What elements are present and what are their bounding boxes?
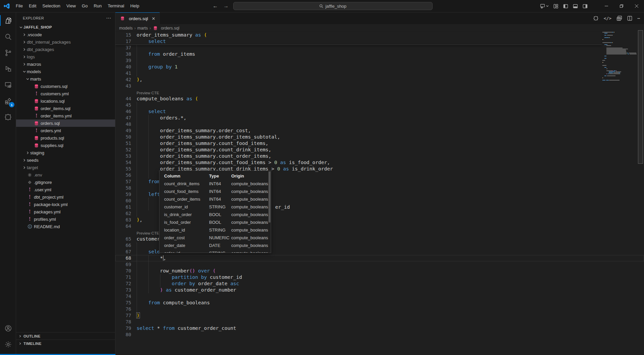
code-line-47[interactable]: 47 orders.*, <box>115 115 644 121</box>
code-line-39[interactable]: 39 <box>115 57 644 64</box>
tooltip-scrollbar[interactable] <box>268 171 270 222</box>
code-line-75[interactable]: 75 from compute_booleans <box>115 300 644 306</box>
tree-item-models[interactable]: models <box>16 68 115 75</box>
code-line-71[interactable]: 71 partition by customer_id <box>115 274 644 281</box>
tree-item-seeds[interactable]: seeds <box>16 156 115 164</box>
code-line-43[interactable]: 43 <box>115 83 644 89</box>
code-line-69[interactable]: 69 <box>115 261 644 268</box>
breadcrumb-file[interactable]: orders.sql <box>153 26 180 31</box>
code-line-40[interactable]: 40 group by 1 <box>115 64 644 70</box>
code-line-49[interactable]: 49 order_items_summary.order_cost, <box>115 128 644 134</box>
tree-item-macros[interactable]: macros <box>16 60 115 68</box>
code-line-53[interactable]: 53 order_items_summary.count_order_items… <box>115 153 644 159</box>
menu-selection[interactable]: Selection <box>39 0 63 12</box>
menu-view[interactable]: View <box>63 0 79 12</box>
tree-item-orders.yml[interactable]: !orders.yml <box>16 127 115 134</box>
tree-item-staging[interactable]: staging <box>16 149 115 156</box>
breadcrumb-marts[interactable]: marts <box>137 26 148 31</box>
code-line-50[interactable]: 50 order_items_summary.order_items_subto… <box>115 134 644 140</box>
window-close-button[interactable] <box>629 0 644 12</box>
code-line-44[interactable]: 44compute_booleans as ( <box>115 96 644 102</box>
codelens-preview-cte[interactable]: Preview CTE <box>115 89 644 96</box>
remote-explorer-icon[interactable] <box>0 77 16 93</box>
code-line-79[interactable]: 79select * from customer_order_count <box>115 325 644 332</box>
compiled-code-icon[interactable]: </> <box>604 16 611 21</box>
account-icon[interactable] <box>0 320 16 336</box>
menu-go[interactable]: Go <box>79 0 91 12</box>
history-back-button[interactable]: ← <box>212 3 219 9</box>
tree-item-target[interactable]: target <box>16 164 115 171</box>
explorer-more-actions-icon[interactable]: ⋯ <box>106 15 111 21</box>
settings-gear-icon[interactable] <box>0 336 16 352</box>
tree-item-.user.yml[interactable]: !.user.yml <box>16 186 115 193</box>
more-actions-icon[interactable]: ⋯ <box>637 16 640 21</box>
menu-file[interactable]: File <box>13 0 26 12</box>
menu-edit[interactable]: Edit <box>26 0 39 12</box>
menu-terminal[interactable]: Terminal <box>105 0 127 12</box>
query-results-icon[interactable] <box>616 15 622 21</box>
code-line-74[interactable]: 74 <box>115 293 644 300</box>
code-line-48[interactable]: 48 <box>115 121 644 128</box>
explorer-icon[interactable] <box>0 12 16 29</box>
toggle-secondary-sidebar-icon[interactable] <box>583 4 588 9</box>
code-line-38[interactable]: 38 from order_items <box>115 51 644 57</box>
window-restore-button[interactable] <box>614 0 629 12</box>
tree-item-.vscode[interactable]: .vscode <box>16 31 115 38</box>
code-line-77[interactable]: 77) <box>115 312 644 319</box>
code-line-80[interactable]: 80 <box>115 332 644 338</box>
tree-item-package-lock.yml[interactable]: !package-lock.yml <box>16 201 115 208</box>
tab-orders-sql[interactable]: orders.sql ✕ <box>115 12 160 24</box>
timeline-section[interactable]: TIMELINE <box>16 340 115 347</box>
tree-item-supplies.sql[interactable]: supplies.sql <box>16 142 115 149</box>
source-control-icon[interactable] <box>0 45 16 61</box>
code-line-70[interactable]: 70 row_number() over ( <box>115 268 644 274</box>
code-line-46[interactable]: 46 select <box>115 108 644 115</box>
editor-scrollbar[interactable] <box>638 30 643 164</box>
copilot-menu-icon[interactable] <box>540 3 549 9</box>
code-line-68[interactable]: 68 *, <box>115 255 644 261</box>
close-icon[interactable]: ✕ <box>152 16 155 21</box>
tree-item-dbt_internal_packages[interactable]: dbt_internal_packages <box>16 38 115 46</box>
minimap[interactable] <box>602 32 636 133</box>
tree-item-packages.yml[interactable]: !packages.yml <box>16 208 115 215</box>
code-line-42[interactable]: 42), <box>115 77 644 83</box>
tree-item-logs[interactable]: logs <box>16 53 115 60</box>
code-line-37[interactable]: 37 <box>115 45 644 51</box>
tree-item-locations.sql[interactable]: locations.sql <box>16 97 115 105</box>
toggle-primary-sidebar-icon[interactable] <box>563 4 568 9</box>
run-debug-icon[interactable] <box>0 61 16 77</box>
extensions-icon[interactable]: 1 <box>0 93 16 109</box>
dbt-power-user-icon[interactable] <box>0 109 16 125</box>
search-sidebar-icon[interactable] <box>0 29 16 45</box>
dbt-docs-icon[interactable] <box>593 15 599 21</box>
code-line-17[interactable]: 17 select <box>115 38 602 45</box>
tree-item-dbt_project.yml[interactable]: !dbt_project.yml <box>16 193 115 201</box>
tree-item-products.sql[interactable]: products.sql <box>16 134 115 142</box>
split-editor-icon[interactable] <box>627 16 632 21</box>
tree-item-dbt_packages[interactable]: dbt_packages <box>16 46 115 53</box>
command-center-search[interactable]: jaffle_shop <box>233 2 433 10</box>
code-line-78[interactable]: 78 <box>115 319 644 325</box>
tree-item-readme.md[interactable]: README.md <box>16 223 115 230</box>
tree-item-jaffle_shop[interactable]: JAFFLE_SHOP <box>16 23 115 31</box>
breadcrumb-models[interactable]: models <box>119 26 133 31</box>
code-line-76[interactable]: 76 <box>115 306 644 312</box>
tree-item-order_items.yml[interactable]: !order_items.yml <box>16 112 115 119</box>
code-line-51[interactable]: 51 order_items_summary.count_food_items, <box>115 140 644 147</box>
code-line-52[interactable]: 52 order_items_summary.count_drink_items… <box>115 147 644 153</box>
tree-item-.env[interactable]: .env <box>16 171 115 179</box>
code-line-15[interactable]: 15order_items_summary as ( <box>115 32 602 38</box>
outline-section[interactable]: OUTLINE <box>16 332 115 340</box>
code-line-41[interactable]: 41 <box>115 70 644 77</box>
toggle-panel-icon[interactable] <box>573 4 578 9</box>
history-forward-button[interactable]: → <box>222 3 230 9</box>
code-line-73[interactable]: 73 ) as customer_order_number <box>115 287 644 293</box>
customize-layout-icon[interactable] <box>553 4 558 9</box>
window-minimize-button[interactable] <box>599 0 614 12</box>
menu-help[interactable]: Help <box>127 0 142 12</box>
tree-item-order_items.sql[interactable]: order_items.sql <box>16 105 115 112</box>
code-line-45[interactable]: 45 <box>115 102 644 108</box>
tree-item-customers.sql[interactable]: customers.sql <box>16 83 115 90</box>
tree-item-profiles.yml[interactable]: !profiles.yml <box>16 215 115 223</box>
tree-item-.gitignore[interactable]: .gitignore <box>16 179 115 186</box>
